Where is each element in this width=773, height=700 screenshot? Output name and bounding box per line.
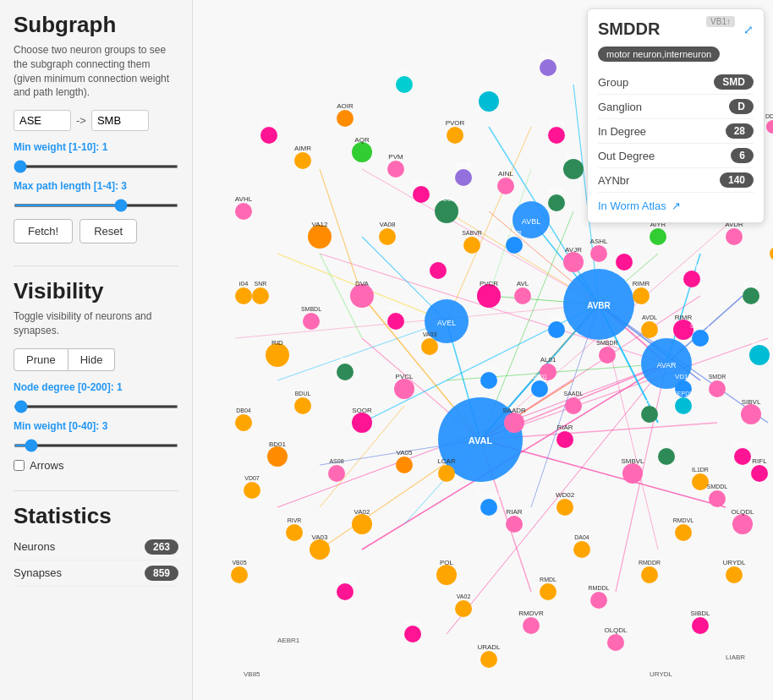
svg-point-117 — [231, 566, 248, 583]
svg-point-79 — [310, 539, 330, 560]
svg-point-209 — [413, 186, 430, 203]
svg-text:SOOR: SOOR — [352, 407, 372, 414]
subgraph-section: Subgraph Choose two neuron groups to see… — [14, 12, 178, 259]
svg-text:AIMR: AIMR — [294, 145, 311, 152]
node-degree-section: Node degree [0-200]: 1 — [14, 381, 178, 412]
min-weight-slider[interactable] — [14, 165, 178, 168]
svg-text:CEPDR: CEPDR — [673, 391, 694, 396]
reset-button[interactable]: Reset — [79, 219, 137, 243]
svg-text:DB04: DB04 — [236, 407, 251, 413]
svg-point-91 — [650, 228, 666, 245]
svg-point-227 — [531, 380, 548, 397]
svg-text:AVBR: AVBR — [587, 301, 611, 310]
svg-point-205 — [514, 287, 531, 304]
svg-text:RMDVL: RMDVL — [673, 517, 694, 523]
svg-text:PVCR: PVCR — [387, 306, 403, 312]
svg-point-225 — [565, 397, 582, 414]
svg-text:SABVR: SABVR — [462, 230, 482, 236]
source-neuron-input[interactable] — [14, 110, 71, 131]
node-name: SMDDR — [598, 19, 660, 39]
svg-point-191 — [658, 448, 675, 465]
prune-button[interactable]: Prune — [14, 348, 69, 371]
svg-text:SIBDL: SIBDL — [690, 610, 710, 617]
svg-text:VA03: VA03 — [423, 331, 437, 337]
svg-point-239 — [294, 397, 311, 414]
svg-text:AVBL: AVBL — [522, 217, 540, 226]
svg-text:RIR: RIR — [340, 357, 350, 363]
node-degree-slider[interactable] — [14, 405, 178, 408]
svg-text:BDUL: BDUL — [295, 391, 311, 396]
max-path-slider[interactable] — [14, 204, 178, 207]
ganglion-value: D — [729, 99, 754, 114]
svg-point-235 — [303, 313, 320, 330]
svg-point-129 — [726, 566, 743, 583]
expand-icon[interactable]: ⤢ — [743, 23, 754, 36]
out-degree-row: Out Degree 6 — [598, 144, 754, 168]
svg-point-157 — [506, 516, 523, 533]
svg-point-83 — [352, 514, 372, 534]
svg-text:PVCR: PVCR — [480, 280, 498, 287]
neuron-input-row: -> — [14, 110, 178, 131]
arrows-checkbox[interactable] — [14, 460, 25, 471]
neurons-count: 263 — [145, 539, 178, 555]
svg-point-77 — [267, 446, 288, 467]
graph-area[interactable]: AVAL AVBR AVAR AVEL AVBL DVA PVCR PVCL S… — [193, 0, 773, 700]
svg-point-229 — [421, 338, 438, 355]
svg-text:AVAR: AVAR — [656, 361, 677, 369]
svg-text:URYDL: URYDL — [650, 670, 673, 678]
svg-text:RMDDL: RMDDL — [589, 585, 610, 591]
subgraph-title: Subgraph — [14, 12, 178, 38]
svg-text:AVL: AVL — [517, 280, 529, 287]
svg-point-245 — [337, 583, 354, 600]
svg-text:AINL: AINL — [498, 170, 513, 178]
svg-point-107 — [337, 110, 354, 127]
svg-point-115 — [244, 482, 260, 499]
svg-text:AVER: AVER — [683, 263, 700, 271]
target-neuron-input[interactable] — [91, 110, 149, 131]
svg-point-237 — [252, 287, 269, 304]
neurons-label: Neurons — [14, 540, 55, 553]
svg-point-165 — [430, 262, 447, 279]
svg-point-201 — [599, 347, 616, 364]
min-weight-label: Min weight [1-10]: 1 — [14, 141, 178, 153]
svg-text:SIBDR: SIBDR — [336, 577, 354, 582]
svg-point-155 — [438, 465, 455, 482]
svg-text:SMBDR: SMBDR — [596, 340, 617, 346]
svg-text:RMDL: RMDL — [540, 577, 556, 582]
svg-point-253 — [590, 592, 607, 609]
svg-point-159 — [573, 541, 590, 558]
subgraph-description: Choose two neuron groups to see the subg… — [14, 43, 178, 100]
svg-text:RIVR: RIVR — [288, 517, 302, 523]
synapses-stat-row: Synapses 859 — [14, 561, 178, 587]
node-type-badge: motor neuron,interneuron — [598, 46, 720, 62]
hide-button[interactable]: Hide — [69, 348, 116, 371]
svg-text:OLQDL: OLQDL — [604, 626, 628, 634]
svg-text:AVHR: AVHR — [456, 162, 472, 168]
svg-text:AVDL: AVDL — [642, 314, 657, 320]
worm-atlas-link[interactable]: In Worm Atlas ↗ — [598, 200, 754, 212]
vis-min-weight-slider[interactable] — [14, 444, 178, 447]
fetch-button[interactable]: Fetch! — [14, 219, 73, 243]
svg-point-75 — [266, 343, 289, 367]
svg-point-149 — [622, 463, 643, 484]
subgraph-buttons: Fetch! Reset — [14, 219, 178, 243]
svg-text:HSNL: HSNL — [480, 85, 498, 93]
aynbr-value: 140 — [720, 172, 754, 188]
svg-point-207 — [463, 237, 480, 254]
svg-text:VA02: VA02 — [457, 593, 471, 599]
svg-point-71 — [556, 431, 573, 448]
aynbr-row: AYNbr 140 — [598, 168, 754, 193]
svg-point-139 — [743, 287, 759, 304]
svg-point-97 — [479, 91, 499, 112]
svg-text:SMBDL: SMBDL — [301, 306, 321, 312]
svg-text:DVA: DVA — [355, 280, 370, 287]
svg-point-181 — [447, 127, 463, 144]
svg-text:AS08: AS08 — [329, 458, 343, 464]
statistics-title: Statistics — [14, 503, 178, 529]
group-value: SMD — [714, 74, 754, 90]
svg-text:VB85: VB85 — [244, 670, 260, 678]
svg-point-185 — [294, 152, 311, 169]
svg-text:ADAL: ADAL — [642, 399, 657, 405]
neurons-stat-row: Neurons 263 — [14, 534, 178, 561]
svg-point-171 — [563, 252, 584, 272]
